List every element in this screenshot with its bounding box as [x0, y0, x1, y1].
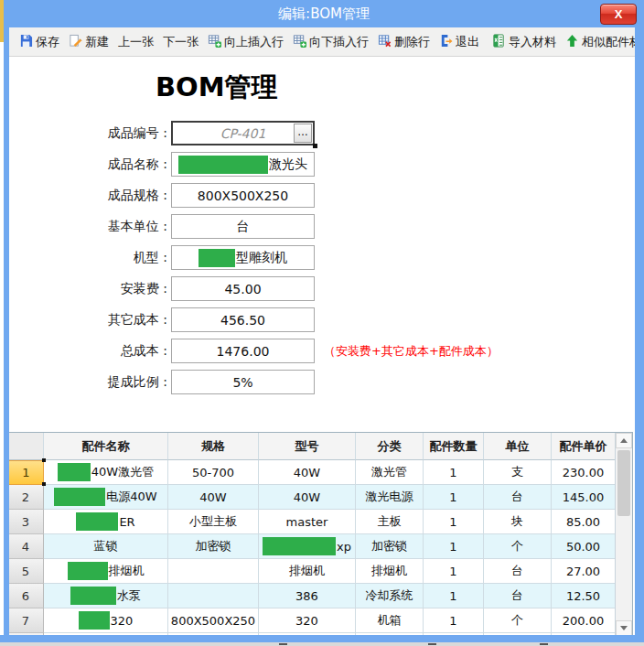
- cell-qty[interactable]: 1: [424, 584, 484, 608]
- cell-model[interactable]: 386: [259, 584, 356, 608]
- scroll-down-button[interactable]: [616, 620, 632, 636]
- product-code-lookup-button[interactable]: …: [294, 124, 312, 143]
- toolbar-button-delete-row[interactable]: 删除行: [373, 30, 435, 54]
- install-fee-field[interactable]: 45.00: [171, 276, 315, 301]
- base-unit-field[interactable]: 台: [171, 214, 315, 239]
- cell-category[interactable]: 冷却系统: [356, 584, 424, 608]
- redaction-block: [199, 249, 235, 267]
- row-number[interactable]: 5: [8, 559, 44, 584]
- cell-spec[interactable]: 40W: [168, 485, 259, 510]
- install-fee-label: 安装费 :: [30, 281, 171, 297]
- cell-model[interactable]: 40W: [259, 485, 356, 510]
- cell-category[interactable]: 加密锁: [356, 534, 424, 559]
- window-border-right: [635, 27, 644, 637]
- cell-part-name[interactable]: 320: [44, 608, 168, 633]
- total-cost-label: 总成本 :: [30, 343, 171, 360]
- row-number[interactable]: 6: [8, 584, 44, 608]
- cell-unit[interactable]: 个: [484, 608, 552, 633]
- toolbar-button-save[interactable]: 保存: [15, 30, 64, 54]
- bom-form: 成品编号 : CP-401 … 成品名称 : 激光头 成品规格 : 800Ⅹ50…: [30, 121, 499, 401]
- toolbar-button-next[interactable]: 下一张: [158, 30, 203, 54]
- toolbar-button-insert-row-above[interactable]: 向上插入行: [203, 30, 288, 54]
- cell-unit[interactable]: 台: [484, 584, 552, 608]
- grid-corner-cell: [8, 433, 44, 460]
- cell-category[interactable]: 机箱: [356, 608, 424, 633]
- row-number[interactable]: 3: [8, 510, 44, 534]
- cell-qty[interactable]: 1: [424, 608, 484, 633]
- cell-unit[interactable]: 块: [484, 510, 552, 534]
- cell-qty[interactable]: 1: [424, 460, 484, 485]
- focus-handle: [313, 144, 317, 148]
- redaction-block: [54, 488, 105, 506]
- cell-category[interactable]: 激光电源: [356, 485, 424, 510]
- row-number[interactable]: 2: [8, 485, 44, 510]
- redaction-block: [178, 156, 268, 174]
- product-code-field[interactable]: CP-401 …: [171, 121, 315, 145]
- scrollbar-thumb[interactable]: [617, 450, 630, 516]
- cell-price[interactable]: 230.00: [552, 460, 616, 485]
- cell-price[interactable]: 85.00: [552, 510, 616, 534]
- product-name-field[interactable]: 激光头: [171, 152, 315, 177]
- close-button[interactable]: X: [600, 4, 637, 25]
- toolbar-button-import-materials[interactable]: 导入材料: [488, 30, 561, 54]
- cell-spec[interactable]: 800Ⅹ500Ⅹ250: [168, 608, 259, 633]
- cell-part-name[interactable]: 蓝锁: [44, 534, 168, 559]
- cell-price[interactable]: 145.00: [552, 485, 616, 510]
- cell-spec[interactable]: 加密锁: [168, 534, 259, 559]
- scroll-up-button[interactable]: [616, 433, 632, 448]
- row-number[interactable]: 1: [8, 460, 44, 485]
- cell-model[interactable]: xp: [259, 534, 356, 559]
- row-number[interactable]: 7: [8, 608, 44, 633]
- toolbar-button-previous[interactable]: 上一张: [113, 30, 158, 54]
- cell-price[interactable]: 200.00: [552, 608, 616, 633]
- cell-spec[interactable]: [168, 559, 259, 584]
- cell-model[interactable]: 40W: [259, 460, 356, 485]
- commission-rate-field[interactable]: 5%: [171, 370, 315, 394]
- cell-part-name[interactable]: 电源40W: [44, 485, 168, 510]
- machine-model-value: 型雕刻机: [236, 250, 287, 266]
- cell-spec[interactable]: 小型主板: [168, 510, 259, 534]
- cell-category[interactable]: 激光管: [356, 460, 424, 485]
- row-number[interactable]: 4: [8, 534, 44, 559]
- cell-model[interactable]: 320: [259, 608, 356, 633]
- cell-unit[interactable]: 台: [484, 485, 552, 510]
- total-cost-field[interactable]: 1476.00: [171, 339, 315, 363]
- cell-unit[interactable]: 个: [484, 534, 552, 559]
- cell-part-name[interactable]: 水泵: [44, 584, 168, 608]
- product-spec-field[interactable]: 800Ⅹ500Ⅹ250: [171, 183, 315, 208]
- total-cost-formula-note: （安装费+其它成本+配件成本）: [324, 343, 499, 360]
- cell-qty[interactable]: 1: [424, 485, 484, 510]
- cell-category[interactable]: 排烟机: [356, 559, 424, 584]
- column-header-spec: 规格: [168, 433, 259, 460]
- vertical-scrollbar[interactable]: [615, 433, 632, 636]
- cell-price[interactable]: 12.50: [552, 584, 616, 608]
- product-name-value: 激光头: [269, 156, 307, 173]
- cell-qty[interactable]: 1: [424, 510, 484, 534]
- cell-unit[interactable]: 支: [484, 460, 552, 485]
- cell-part-name[interactable]: ER: [44, 510, 168, 534]
- cell-model[interactable]: master: [259, 510, 356, 534]
- cell-model[interactable]: 排烟机: [259, 559, 356, 584]
- cell-part-name[interactable]: 排烟机: [44, 559, 168, 584]
- cell-part-name[interactable]: 40W激光管: [44, 460, 168, 485]
- cell-spec[interactable]: [168, 584, 259, 608]
- cell-spec[interactable]: 50-700: [168, 460, 259, 485]
- parts-grid: 配件名称 规格 型号 分类 配件数量 单位 配件单价 1 40W激光管 50-7…: [7, 432, 633, 637]
- column-header-category: 分类: [356, 433, 424, 460]
- other-cost-field[interactable]: 456.50: [171, 307, 315, 332]
- toolbar-button-similar-parts-entry[interactable]: 相似配件材料录入: [561, 30, 644, 54]
- toolbar-button-exit[interactable]: 退出: [435, 30, 484, 54]
- background-sliver-bottom: [0, 642, 644, 646]
- cell-price[interactable]: 27.00: [552, 559, 616, 584]
- cell-qty[interactable]: 1: [424, 534, 484, 559]
- redaction-block: [79, 611, 110, 630]
- toolbar-button-insert-row-below[interactable]: 向下插入行: [288, 30, 373, 54]
- green-up-arrow-icon: [565, 34, 579, 50]
- cell-qty[interactable]: 1: [424, 559, 484, 584]
- cell-unit[interactable]: 台: [484, 559, 552, 584]
- cell-price[interactable]: 50.00: [552, 534, 616, 559]
- machine-model-field[interactable]: 型雕刻机: [171, 245, 315, 270]
- toolbar-button-new[interactable]: 新建: [64, 30, 113, 54]
- cell-category[interactable]: 主板: [356, 510, 424, 534]
- table-row: 7 320 800Ⅹ500Ⅹ250 320 机箱 1 个 200.00: [8, 608, 616, 633]
